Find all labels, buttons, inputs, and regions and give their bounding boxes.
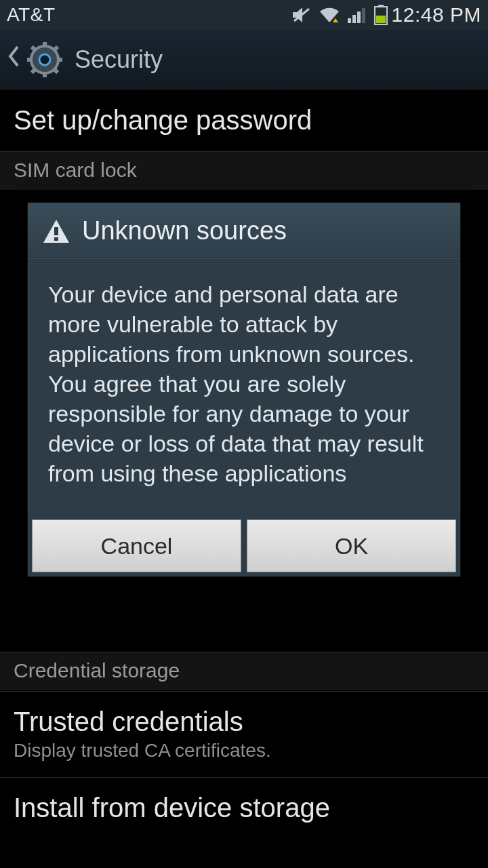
svg-rect-12: [43, 72, 47, 77]
svg-rect-14: [57, 58, 62, 62]
clock-label: 12:48 PM: [392, 3, 481, 26]
credential-storage-section: Credential storage: [0, 652, 488, 691]
credential-storage-label: Credential storage: [14, 659, 474, 682]
sim-card-lock-section: SIM card lock: [0, 151, 488, 191]
warning-icon: [43, 219, 70, 243]
status-bar: AT&T 12:48 PM: [0, 0, 488, 30]
dialog-buttons: Cancel OK: [28, 515, 460, 576]
carrier-label: AT&T: [7, 4, 55, 26]
dialog-title: Unknown sources: [82, 216, 287, 245]
settings-gear-icon[interactable]: [27, 42, 62, 77]
install-from-storage-item[interactable]: Install from device storage: [0, 777, 488, 839]
unknown-sources-dialog: Unknown sources Your device and personal…: [27, 202, 461, 577]
trusted-credentials-subtitle: Display trusted CA certificates.: [14, 740, 474, 762]
setup-password-item[interactable]: Set up/change password: [0, 90, 488, 151]
page-title: Security: [75, 45, 163, 74]
svg-rect-5: [362, 8, 365, 23]
svg-rect-2: [348, 18, 351, 23]
dialog-body: Your device and personal data are more v…: [28, 259, 460, 515]
svg-rect-11: [43, 42, 47, 47]
ok-button[interactable]: OK: [247, 519, 456, 572]
trusted-credentials-title: Trusted credentials: [14, 707, 474, 737]
svg-rect-3: [352, 15, 356, 23]
mute-icon: [291, 6, 312, 24]
svg-rect-21: [54, 237, 58, 241]
action-bar: Security: [0, 30, 488, 90]
svg-rect-20: [54, 227, 58, 235]
sim-card-lock-label: SIM card lock: [14, 159, 474, 182]
signal-icon: [347, 6, 367, 24]
trusted-credentials-item[interactable]: Trusted credentials Display trusted CA c…: [0, 691, 488, 777]
battery-icon: [374, 5, 388, 25]
svg-rect-8: [376, 16, 386, 23]
install-from-storage-title: Install from device storage: [14, 793, 474, 823]
dialog-header: Unknown sources: [28, 203, 460, 258]
svg-rect-13: [27, 58, 33, 62]
svg-rect-4: [357, 12, 361, 23]
svg-marker-1: [333, 18, 338, 22]
wifi-icon: [319, 6, 340, 24]
svg-point-10: [39, 54, 50, 65]
back-icon[interactable]: [7, 45, 20, 74]
status-icons: [291, 5, 388, 25]
setup-password-label: Set up/change password: [14, 105, 474, 136]
cancel-button[interactable]: Cancel: [32, 519, 241, 572]
